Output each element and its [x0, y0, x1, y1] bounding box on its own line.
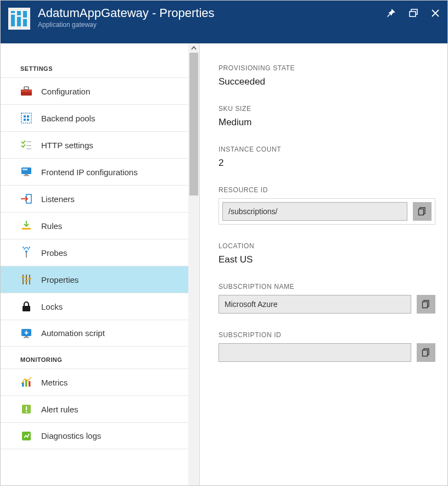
copy-button[interactable]: [413, 202, 432, 221]
sidebar-item-locks[interactable]: Locks: [1, 293, 188, 320]
probe-icon: [20, 247, 32, 259]
sliders-icon: [20, 273, 32, 286]
sidebar-item-label: Automation script: [41, 328, 105, 338]
grid-icon: [20, 112, 32, 124]
sidebar-item-listeners[interactable]: Listeners: [1, 185, 188, 212]
sidebar-item-configuration[interactable]: Configuration: [1, 77, 188, 104]
svg-rect-14: [27, 115, 29, 118]
svg-rect-18: [26, 145, 31, 146]
sidebar-item-label: Locks: [41, 302, 63, 311]
sidebar-item-label: Rules: [41, 221, 62, 231]
appgateway-icon: [8, 8, 30, 30]
scroll-up-icon[interactable]: [188, 43, 199, 53]
svg-rect-13: [24, 115, 26, 118]
metrics-icon: [20, 376, 32, 388]
resource-id-input[interactable]: /subscriptions/: [222, 202, 407, 221]
diag-icon: [20, 430, 32, 442]
sidebar-item-automation-script[interactable]: Automation script: [1, 320, 188, 347]
svg-rect-11: [24, 87, 29, 90]
sidebar-item-label: Configuration: [41, 87, 90, 96]
svg-rect-12: [21, 113, 31, 123]
sidebar-item-label: Backend pools: [41, 114, 95, 123]
copy-icon: [422, 300, 430, 309]
sku-size-label: SKU SIZE: [219, 105, 435, 113]
sidebar-item-label: Metrics: [41, 378, 68, 387]
svg-rect-25: [22, 228, 31, 230]
svg-rect-19: [26, 148, 31, 149]
main-panel: PROVISIONING STATE Succeeded SKU SIZE Me…: [200, 43, 447, 485]
location-value: East US: [219, 254, 435, 265]
sidebar-item-http-settings[interactable]: HTTP settings: [1, 131, 188, 158]
pin-icon[interactable]: [387, 8, 396, 20]
sidebar-item-probes[interactable]: Probes: [1, 239, 188, 266]
sidebar-item-label: Alert rules: [41, 405, 79, 414]
location-label: LOCATION: [219, 242, 435, 250]
copy-button[interactable]: [417, 295, 435, 314]
copy-icon: [422, 348, 430, 357]
close-icon[interactable]: [431, 9, 440, 20]
header-title-block: AdatumAppGateway - Properties Applicatio…: [38, 6, 387, 29]
subscription-id-label: SUBSCRIPTION ID: [219, 331, 435, 339]
checklist-icon: [20, 139, 32, 151]
svg-rect-31: [22, 276, 25, 278]
settings-menu: Configuration Backend pools HTTP setting…: [1, 77, 188, 347]
svg-rect-43: [26, 411, 27, 412]
sidebar: SETTINGS Configuration Backend pools: [1, 43, 200, 485]
svg-rect-20: [21, 167, 31, 174]
sidebar-item-label: Properties: [41, 275, 79, 284]
restore-icon[interactable]: [409, 9, 418, 20]
window-title: AdatumAppGateway - Properties: [38, 6, 387, 20]
section-label-monitoring: MONITORING: [1, 347, 188, 368]
svg-rect-36: [25, 336, 28, 337]
sidebar-item-label: Probes: [41, 248, 68, 258]
svg-rect-32: [25, 280, 28, 282]
copy-button[interactable]: [417, 343, 435, 362]
copy-icon: [418, 207, 427, 216]
subscription-name-input[interactable]: Microsoft Azure: [219, 295, 411, 314]
download-rule-icon: [20, 220, 32, 232]
svg-point-26: [25, 250, 27, 253]
scroll-thumb[interactable]: [189, 53, 198, 195]
sidebar-item-properties[interactable]: Properties: [1, 266, 188, 293]
svg-rect-6: [23, 18, 27, 19]
sidebar-item-metrics[interactable]: Metrics: [1, 368, 188, 395]
sku-size-value: Medium: [219, 117, 435, 128]
sidebar-item-label: Frontend IP configurations: [41, 167, 138, 177]
svg-rect-34: [23, 306, 30, 311]
svg-rect-37: [24, 337, 29, 338]
toolbox-icon: [20, 85, 32, 97]
sidebar-item-frontend-ip[interactable]: Frontend IP configurations: [1, 158, 188, 185]
svg-rect-21: [23, 169, 27, 170]
svg-rect-16: [27, 119, 29, 121]
svg-rect-4: [11, 13, 15, 15]
svg-rect-22: [25, 174, 28, 175]
instance-count-value: 2: [219, 158, 435, 169]
svg-rect-23: [24, 175, 29, 176]
svg-rect-28: [23, 275, 24, 284]
sidebar-item-backend-pools[interactable]: Backend pools: [1, 104, 188, 131]
subscription-id-input[interactable]: [219, 343, 411, 362]
provisioning-state-label: PROVISIONING STATE: [219, 64, 435, 72]
sidebar-item-label: HTTP settings: [41, 141, 93, 150]
subscription-name-label: SUBSCRIPTION NAME: [219, 283, 435, 291]
resource-id-label: RESOURCE ID: [219, 186, 435, 194]
svg-rect-50: [423, 350, 428, 356]
svg-rect-46: [419, 209, 424, 215]
sidebar-scrollbar[interactable]: [188, 43, 199, 485]
section-label-settings: SETTINGS: [1, 53, 188, 77]
svg-rect-15: [24, 119, 26, 121]
sidebar-item-alert-rules[interactable]: Alert rules: [1, 395, 188, 422]
svg-rect-2: [17, 11, 21, 26]
sidebar-item-label: Listeners: [41, 194, 75, 204]
svg-rect-29: [26, 275, 27, 284]
sidebar-item-diagnostics-logs[interactable]: Diagnostics logs: [1, 422, 188, 449]
automation-icon: [20, 327, 32, 339]
sidebar-item-rules[interactable]: Rules: [1, 212, 188, 239]
sidebar-item-label: Diagnostics logs: [41, 431, 101, 440]
lock-icon: [20, 300, 32, 312]
svg-rect-5: [17, 15, 21, 17]
instance-count-label: INSTANCE COUNT: [219, 146, 435, 153]
svg-rect-39: [25, 379, 27, 387]
provisioning-state-value: Succeeded: [219, 76, 435, 87]
svg-rect-33: [29, 278, 31, 280]
